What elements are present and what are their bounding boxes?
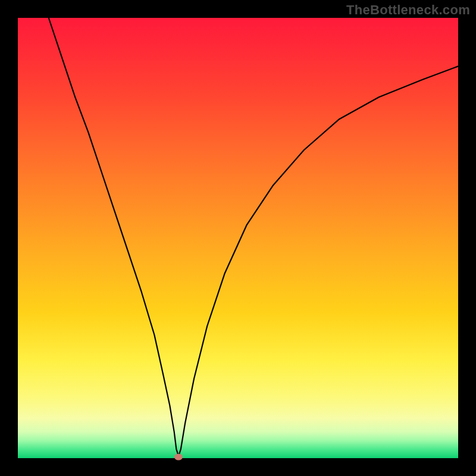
plot-area bbox=[18, 18, 458, 458]
bottleneck-curve bbox=[18, 18, 458, 458]
chart-frame: TheBottleneck.com bbox=[0, 0, 476, 476]
watermark-text: TheBottleneck.com bbox=[346, 2, 470, 18]
minimum-marker bbox=[174, 453, 183, 460]
